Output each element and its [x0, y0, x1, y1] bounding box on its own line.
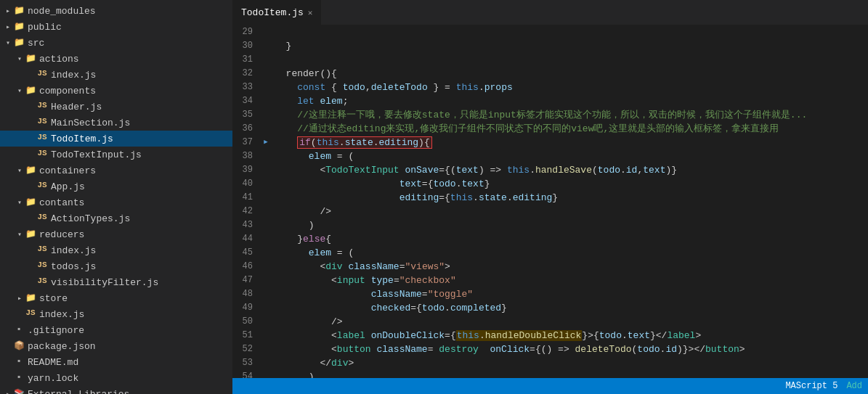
tree-label: MainSection.js: [51, 118, 130, 128]
tree-label: .gitignore: [28, 325, 84, 336]
tree-label: External Libraries: [28, 389, 129, 395]
line-content: <TodoTextInput onSave={(text) => this.ha…: [272, 163, 868, 177]
line-number: 44: [232, 232, 260, 246]
line-number: 33: [232, 81, 260, 94]
tree-label: components: [39, 86, 96, 97]
tree-label: store: [39, 293, 68, 304]
line-content: }else{: [272, 232, 868, 246]
sidebar-item-gitignore[interactable]: ▪.gitignore: [0, 322, 232, 338]
folder-icon: 📁: [13, 5, 25, 17]
code-line: 34 let elem;: [232, 94, 868, 108]
folder-icon: 📁: [13, 21, 25, 33]
code-line: 30 }: [232, 39, 868, 53]
sidebar-item-contants[interactable]: ▾📁contants: [0, 194, 232, 210]
tree-label: package.json: [28, 341, 96, 352]
line-number: 34: [232, 94, 260, 108]
sidebar-item-README[interactable]: ▪README.md: [0, 354, 232, 370]
folder-arrow-icon: ▾: [15, 54, 25, 63]
code-line: 52 <button className= destroy onClick={(…: [232, 342, 868, 356]
line-content: />: [272, 205, 868, 218]
tree-label: node_modules: [28, 6, 96, 17]
sidebar-item-MainSection[interactable]: JSMainSection.js: [0, 115, 232, 131]
tree-label: containers: [39, 165, 96, 176]
sidebar-item-visibilityFilter[interactable]: JSvisibilityFilter.js: [0, 274, 232, 290]
tab-todoitem[interactable]: TodoItem.js ✕: [232, 0, 321, 25]
sidebar-item-TodoItem[interactable]: JSTodoItem.js: [0, 131, 232, 147]
folder-arrow-icon: ▾: [3, 38, 13, 47]
sidebar-item-actions[interactable]: ▾📁actions: [0, 51, 232, 67]
line-content: editing={this.state.editing}: [272, 191, 868, 205]
file-icon: JS: [25, 308, 36, 320]
line-content: checked={todo.completed}: [272, 301, 868, 315]
code-line: 39 <TodoTextInput onSave={(text) => this…: [232, 163, 868, 177]
line-number: 45: [232, 246, 260, 260]
line-number: 30: [232, 39, 260, 53]
sidebar-item-Header[interactable]: JSHeader.js: [0, 99, 232, 115]
sidebar-item-components[interactable]: ▾📁components: [0, 83, 232, 99]
sidebar-item-TodoTextInput[interactable]: JSTodoTextInput.js: [0, 147, 232, 163]
tree-label: TodoTextInput.js: [51, 149, 142, 160]
tree-label: todos.js: [51, 261, 96, 272]
tree-label: yarn.lock: [28, 373, 78, 384]
line-number: 46: [232, 260, 260, 274]
code-line: 32 render(){: [232, 67, 868, 81]
sidebar-item-src-index[interactable]: JSindex.js: [0, 306, 232, 322]
sidebar-item-App[interactable]: JSApp.js: [0, 178, 232, 194]
sidebar-item-store[interactable]: ▸📁store: [0, 290, 232, 306]
folder-arrow-icon: ▾: [15, 166, 25, 175]
line-number: 42: [232, 205, 260, 218]
file-icon: JS: [36, 276, 48, 288]
code-line: 51 <label onDoubleClick={this.handleDoub…: [232, 329, 868, 342]
line-content: //通过状态editing来实现,修改我们子组件不同状态下的不同的view吧,这…: [272, 122, 868, 136]
line-content: className="toggle": [272, 287, 868, 301]
sidebar-item-reducers-index[interactable]: JSindex.js: [0, 242, 232, 258]
line-number: 51: [232, 329, 260, 342]
code-line: 48 className="toggle": [232, 287, 868, 301]
sidebar-item-containers[interactable]: ▾📁containers: [0, 163, 232, 178]
sidebar-item-actions-index[interactable]: JSindex.js: [0, 67, 232, 83]
sidebar-item-external[interactable]: ▸📚External Libraries: [0, 386, 232, 394]
code-line: 43 ): [232, 218, 868, 232]
tree-label: TodoItem.js: [51, 134, 113, 144]
file-icon: 📦: [13, 340, 25, 352]
line-content: <label onDoubleClick={this.handleDoubleC…: [272, 329, 868, 342]
info-bar: MAScript 5 Add: [232, 378, 868, 394]
code-line: 53 </div>: [232, 356, 868, 370]
sidebar-item-package[interactable]: 📦package.json: [0, 338, 232, 354]
tab-close-icon[interactable]: ✕: [308, 8, 313, 17]
code-line: 44 }else{: [232, 232, 868, 246]
editor-panel: TodoItem.js ✕ 29 30 }31 32 render(){33 c…: [232, 0, 868, 394]
line-number: 40: [232, 177, 260, 191]
folder-arrow-icon: ▸: [3, 22, 13, 31]
folder-arrow-icon: ▸: [3, 390, 13, 394]
code-line: 41 editing={this.state.editing}: [232, 191, 868, 205]
add-label[interactable]: Add: [846, 381, 862, 391]
language-label[interactable]: MAScript 5: [785, 381, 837, 391]
sidebar-item-public[interactable]: ▸📁public: [0, 19, 232, 35]
line-content: render(){: [272, 67, 868, 81]
tree-label: public: [28, 22, 62, 33]
file-icon: JS: [36, 69, 48, 81]
sidebar-item-reducers[interactable]: ▾📁reducers: [0, 226, 232, 242]
sidebar-item-yarn[interactable]: ▪yarn.lock: [0, 370, 232, 386]
line-number: 36: [232, 122, 260, 136]
code-line: 36 //通过状态editing来实现,修改我们子组件不同状态下的不同的view…: [232, 122, 868, 136]
line-number: 47: [232, 274, 260, 287]
sidebar-item-src[interactable]: ▾📁src: [0, 35, 232, 51]
tab-label: TodoItem.js: [241, 7, 304, 18]
file-icon: ▪: [13, 372, 25, 384]
tab-bar: TodoItem.js ✕: [232, 0, 868, 25]
tree-label: README.md: [28, 357, 78, 368]
sidebar-item-ActionTypes[interactable]: JSActionTypes.js: [0, 210, 232, 226]
tree-label: index.js: [51, 70, 96, 81]
line-number: 52: [232, 342, 260, 356]
line-content: <div className="views">: [272, 260, 868, 274]
sidebar-item-todos[interactable]: JStodos.js: [0, 258, 232, 274]
code-area[interactable]: 29 30 }31 32 render(){33 const { todo,de…: [232, 25, 868, 378]
line-content: <input type="checkbox": [272, 274, 868, 287]
file-icon: JS: [36, 260, 48, 272]
tree-label: src: [28, 38, 44, 49]
file-tree[interactable]: ▸📁node_modules▸📁public▾📁src▾📁actionsJSin…: [0, 0, 232, 394]
folder-icon: 📁: [25, 53, 36, 65]
sidebar-item-node_modules[interactable]: ▸📁node_modules: [0, 3, 232, 19]
